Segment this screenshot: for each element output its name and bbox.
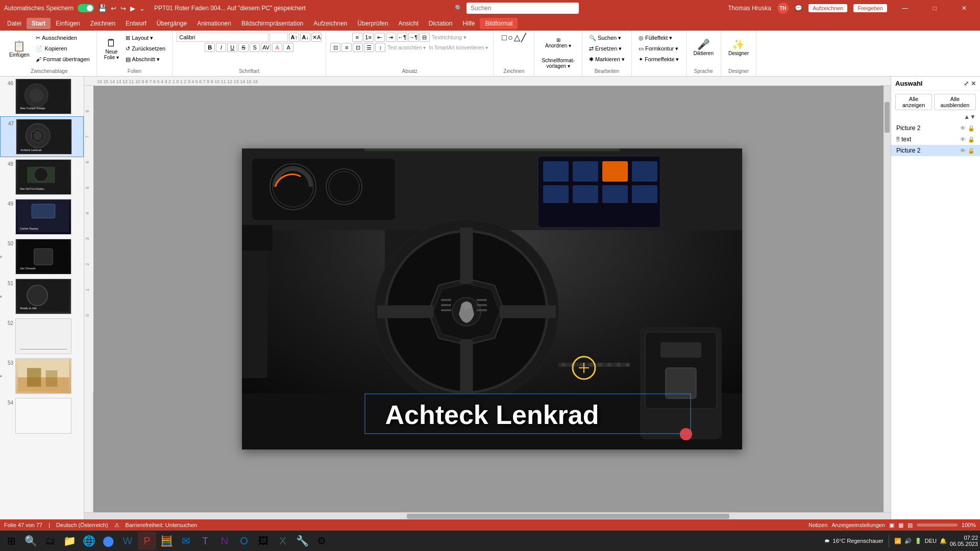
ersetzen-button[interactable]: ⇄ Ersetzen ▾ [586,43,627,54]
column-button[interactable]: ⊟ [420,33,430,42]
menu-ansicht[interactable]: Ansicht [393,18,423,29]
search-taskbar-button[interactable]: 🔍 [21,532,40,550]
menu-zeichnen[interactable]: Zeichnen [85,18,120,29]
slide-thumb-52[interactable]: 52 [0,316,84,356]
shadow-button[interactable]: S [250,43,260,52]
menu-bildformat[interactable]: Bildformat [480,18,518,29]
menu-aufzeichnen[interactable]: Aufzeichnen [308,18,352,29]
horizontal-scrollbar[interactable] [84,512,891,519]
autosave-toggle[interactable] [78,4,94,12]
align-justify-button[interactable]: ☰ [364,43,374,52]
outlook-app[interactable]: O [235,532,253,550]
undo-icon[interactable]: ↩ [111,5,116,12]
slide-thumb-54[interactable]: 54 [0,396,84,436]
menu-uebergaenge[interactable]: Übergänge [152,18,192,29]
decrease-indent-button[interactable]: ⇤ [375,33,385,42]
clock-area[interactable]: 07:22 06.05.2023 [950,535,978,547]
circle-icon[interactable]: ○ [508,33,513,42]
slideshow-view-icon[interactable]: ▦ [898,522,903,529]
eye-icon-2[interactable]: 👁 [960,136,966,143]
bold-button[interactable]: B [205,43,215,52]
zoom-slider[interactable] [917,523,958,527]
battery-icon[interactable]: 🔋 [915,538,922,544]
formkontur-button[interactable]: ▭ Formkontur ▾ [636,43,682,54]
diktieren-button[interactable]: 🎤 Diktieren [691,33,717,61]
start-button[interactable]: ⊞ [2,532,20,550]
menu-praesentation[interactable]: Bildschirmpräsentation [236,18,308,29]
menu-animationen[interactable]: Animationen [192,18,236,29]
markieren-button[interactable]: ✱ Markieren ▾ [586,54,627,64]
network-icon[interactable]: 📶 [894,538,901,544]
calculator-app[interactable]: 🧮 [157,532,176,550]
slide-thumb-48[interactable]: 48 New Ckd Front Display... [0,157,84,197]
suchen-button[interactable]: 🔍 Suchen ▾ [586,33,627,43]
kopieren-button[interactable]: 📄 Kopieren [33,43,92,54]
alle-ausblenden-button[interactable]: Alle ausblenden [934,94,976,110]
formeffekt-button[interactable]: ✦ Formeffekte ▾ [636,54,682,64]
onenote-app[interactable]: N [215,532,234,550]
font-size-input[interactable] [270,33,288,42]
menu-start[interactable]: Start [27,18,51,29]
explorer-app[interactable]: 📁 [60,532,79,550]
redo-icon[interactable]: ↪ [120,5,126,12]
presentation-view-icon[interactable]: ▤ [908,522,913,529]
eye-icon-1[interactable]: 👁 [960,125,966,132]
font-family-input[interactable] [177,33,268,42]
format-button[interactable]: 🖌 Format übertragen [33,54,92,64]
volume-icon[interactable]: 🔊 [904,538,912,544]
menu-entwurf[interactable]: Entwurf [120,18,152,29]
scrollbar-thumb[interactable] [885,102,890,133]
mail-app[interactable]: ✉ [177,532,195,550]
schnellformat-button[interactable]: Schnellformat-vorlagen ▾ [538,53,577,73]
close-button[interactable]: ✕ [952,0,976,16]
search-input[interactable] [467,3,579,14]
notification-icon[interactable]: 🔔 [940,538,947,544]
auswahl-item-picture2-1[interactable]: Picture 2 👁 🔒 [891,122,980,134]
accessibility-label[interactable]: Barrierefreiheit: Untersuchen [126,522,198,528]
keyboard-layout[interactable]: DEU [925,538,937,544]
app-17[interactable]: ⚙ [312,532,331,550]
present-icon[interactable]: ▶ [130,5,135,12]
slide-thumb-47[interactable]: 47 Achteck Lenkrad [0,116,84,157]
align-right-button[interactable]: ⊡ [353,43,363,52]
panel-expand-icon[interactable]: ⤢ [964,80,969,87]
view-settings-button[interactable]: Anzeigeeinstellungen [831,522,885,528]
rtl-button[interactable]: ←¶ [397,33,407,42]
photos-app[interactable]: 🖼 [254,532,273,550]
ausschneiden-button[interactable]: ✂ Ausschneiden [33,33,92,43]
underline-button[interactable]: U [227,43,237,52]
font-color-a-button[interactable]: A [272,43,282,52]
abschnitt-button[interactable]: ▤ Abschnitt ▾ [123,54,168,64]
menu-dictation[interactable]: Dictation [424,18,458,29]
auswahl-item-text[interactable]: !! text 👁 🔒 [891,134,980,145]
designer-button[interactable]: ✨ Designer [725,33,752,61]
teams-app[interactable]: T [196,532,214,550]
normal-view-icon[interactable]: ▣ [889,522,894,529]
triangle-icon[interactable]: △ [514,33,520,42]
align-left-button[interactable]: ⊡ [330,43,340,52]
panel-close-icon[interactable]: ✕ [971,80,976,87]
slide-thumb-46[interactable]: 46 New Cockpit Design [0,77,84,116]
bullet-list-button[interactable]: ≡ [352,33,362,42]
neue-folie-button[interactable]: 🗒 NeueFolie ▾ [101,34,122,63]
auswahl-item-picture2-2[interactable]: Picture 2 👁 🔒 [891,145,980,156]
accessibility-icon[interactable]: ⚠ [114,522,119,529]
down-arrow-icon[interactable]: ▼ [970,113,976,120]
clear-format-button[interactable]: ✕A [311,33,322,42]
app-16[interactable]: 🔧 [293,532,311,550]
lock-icon-2[interactable]: 🔒 [968,136,975,143]
vertical-scrollbar[interactable] [884,86,891,512]
save-icon[interactable]: 💾 [98,4,107,12]
excel-app[interactable]: X [274,532,292,550]
lock-icon-3[interactable]: 🔒 [968,147,975,154]
numbered-list-button[interactable]: 1≡ [363,33,374,42]
highlight-button[interactable]: A [283,43,293,52]
align-center-button[interactable]: ≡ [341,43,352,52]
present-btn[interactable]: Freigeben [853,4,887,12]
einfuegen-button[interactable]: 📋 Einfügen [6,34,32,63]
line-icon[interactable]: ╱ [521,33,526,42]
h-scrollbar-thumb[interactable] [407,514,729,519]
up-arrow-icon[interactable]: ▲ [964,113,970,120]
edge-app[interactable]: 🌐 [80,532,98,550]
powerpoint-app[interactable]: P [138,532,156,550]
